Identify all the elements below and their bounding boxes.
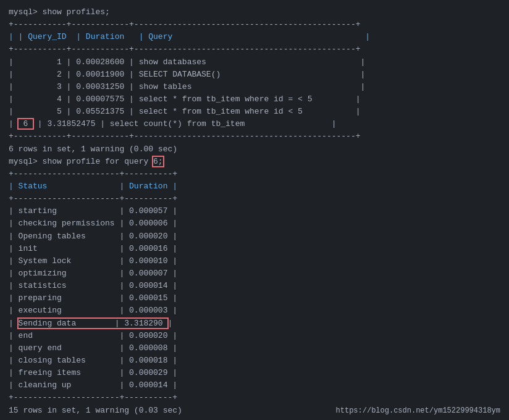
table-divider-3: +-----------+------------+--------------… xyxy=(9,130,500,143)
highlight-query-num: 6; xyxy=(153,157,163,166)
prompt-show-profiles: mysql> show profiles; xyxy=(9,6,500,19)
table-row: | 4 | 0.00007575 | select * from tb_item… xyxy=(9,93,500,106)
profile-row: | starting | 0.000057 | xyxy=(9,205,500,217)
table-row: | 2 | 0.00011900 | SELECT DATABASE() | xyxy=(9,69,500,81)
profile-row: | executing | 0.000003 | xyxy=(9,304,500,317)
highlight-sending-data: Sending data | 3.318290 xyxy=(19,319,168,328)
profile-row: | optimizing | 0.000007 | xyxy=(9,267,500,280)
table-divider-2: +-----------+------------+--------------… xyxy=(9,43,500,56)
prompt-show-profile: mysql> show profile for query 6; xyxy=(9,156,500,168)
profile-row: | statistics | 0.000014 | xyxy=(9,280,500,292)
profile-row: | closing tables | 0.000018 | xyxy=(9,355,500,367)
profile-row-sending-data: | Sending data | 3.318290 | xyxy=(9,317,500,330)
profile-divider-2: +----------------------+----------+ xyxy=(9,193,500,205)
table-row: | 3 | 0.00031250 | show tables | xyxy=(9,81,500,93)
profile-row: | checking permissions | 0.000006 | xyxy=(9,217,500,230)
profile-row: | preparing | 0.000015 | xyxy=(9,292,500,304)
blog-url: https://blog.csdn.net/ym15229994318ym xyxy=(336,406,500,415)
terminal: mysql> show profiles; +-----------+-----… xyxy=(9,6,500,417)
profile-row: | cleaning up | 0.000014 | xyxy=(9,379,500,392)
profile-row: | init | 0.000016 | xyxy=(9,243,500,255)
profile-row: | System lock | 0.000010 | xyxy=(9,255,500,267)
profile-divider-3: +----------------------+----------+ xyxy=(9,392,500,404)
profile-divider-1: +----------------------+----------+ xyxy=(9,168,500,180)
profile-header: | Status | Duration | xyxy=(9,180,500,193)
table-row: | 5 | 0.05521375 | select * from tb_item… xyxy=(9,106,500,118)
profile-row: | Opening tables | 0.000020 | xyxy=(9,230,500,243)
table-row-highlighted: | 6 | 3.31852475 | select count(*) from … xyxy=(9,118,500,130)
profile-row: | freeing items | 0.000029 | xyxy=(9,367,500,379)
rows-info-1: 6 rows in set, 1 warning (0.00 sec) xyxy=(9,143,500,156)
profile-row: | end | 0.000020 | xyxy=(9,330,500,342)
highlight-id-6: 6 xyxy=(19,119,33,128)
table-divider-1: +-----------+------------+--------------… xyxy=(9,19,500,31)
profile-row: | query end | 0.000008 | xyxy=(9,342,500,355)
table-row: | 1 | 0.00028600 | show databases | xyxy=(9,56,500,69)
table-header: | | Query_ID | Duration | Query | xyxy=(9,31,500,43)
bottom-section: 15 rows in set, 1 warning (0.03 sec) htt… xyxy=(9,405,500,417)
rows-info-2: 15 rows in set, 1 warning (0.03 sec) xyxy=(9,405,182,417)
